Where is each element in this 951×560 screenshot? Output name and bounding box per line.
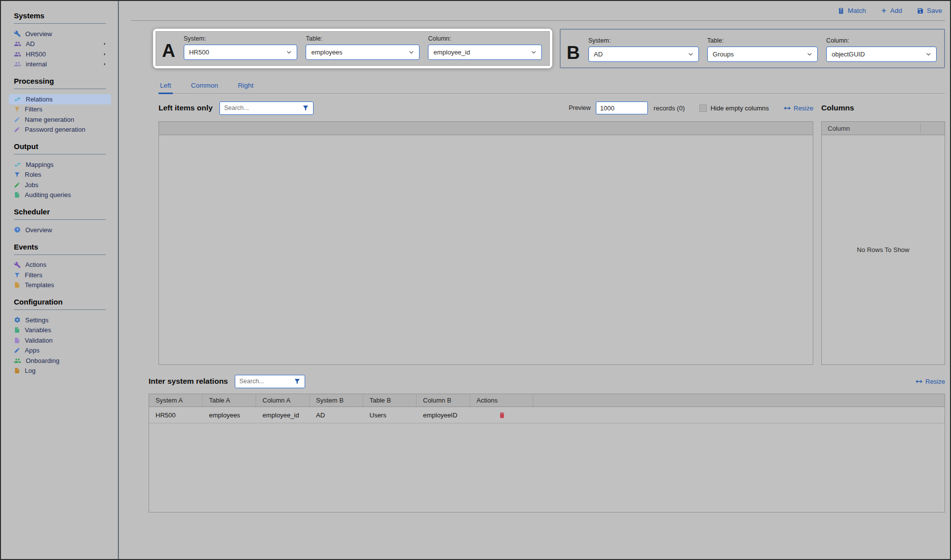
tab-left[interactable]: Left (158, 79, 173, 94)
tab-common[interactable]: Common (190, 79, 220, 94)
sidebar-item-label: Overview (25, 226, 52, 234)
main-content: Match Add Save A System: HR500 (119, 1, 950, 559)
people-icon (14, 60, 21, 68)
edit-icon (14, 347, 20, 354)
sidebar-item-relations[interactable]: Relations (9, 94, 111, 104)
sidebar-item-jobs[interactable]: Jobs (9, 180, 111, 190)
left-items-search-input[interactable]: Search... (219, 102, 314, 115)
relations-resize-link[interactable]: Resize (915, 378, 945, 385)
sidebar-item-internal[interactable]: internal (9, 59, 111, 70)
sidebar-item-variables[interactable]: Variables (9, 325, 111, 336)
sidebar-item-label: Actions (25, 261, 47, 268)
sidebar-item-label: Settings (25, 316, 49, 324)
middle-section: Left items only Search... Preview record… (158, 100, 945, 365)
divider (14, 154, 106, 154)
filter-funnel-icon[interactable] (302, 104, 309, 111)
relations-search-input[interactable]: Search... (235, 375, 305, 388)
divider (14, 255, 106, 255)
top-toolbar: Match Add Save (131, 1, 945, 21)
sidebar-item-mappings[interactable]: Mappings (9, 159, 111, 170)
sidebar-item-onboarding[interactable]: Onboarding (9, 356, 111, 366)
column-b-label: Column: (826, 37, 937, 44)
resize-link-label: Resize (793, 104, 813, 112)
sidebar-item-templates[interactable]: Templates (9, 280, 111, 291)
sidebar-section-title-configuration: Configuration (14, 298, 106, 306)
column-header-column-b[interactable]: Column B (417, 394, 470, 407)
system-b-select[interactable]: AD (588, 47, 699, 62)
sidebar-item-actions[interactable]: Actions (9, 260, 111, 270)
match-button[interactable]: Match (838, 7, 866, 14)
sidebar-item-scheduler-overview[interactable]: Overview (9, 225, 111, 235)
column-header-table-a[interactable]: Table A (203, 394, 256, 407)
relations-table-header: System A Table A Column A System B Table… (149, 394, 945, 407)
sidebar-item-validation[interactable]: Validation (9, 335, 111, 346)
save-button[interactable]: Save (917, 7, 942, 14)
add-button-label: Add (890, 7, 902, 14)
sidebar-item-label: Apps (25, 347, 40, 354)
sidebar-item-ad[interactable]: AD (9, 39, 111, 50)
sidebar-item-label: Password generation (25, 126, 85, 133)
resize-link[interactable]: Resize (784, 104, 813, 112)
sidebar-item-roles[interactable]: Roles (9, 170, 111, 180)
columns-header-row: Columns (821, 100, 945, 116)
column-resize-handle[interactable] (920, 124, 921, 133)
sidebar-item-settings[interactable]: Settings (9, 315, 111, 325)
sidebar-item-label: Relations (26, 96, 53, 103)
sidebar-item-label: HR500 (26, 51, 46, 58)
document-icon (14, 192, 20, 198)
sidebar-item-overview[interactable]: Overview (9, 29, 111, 39)
sidebar-item-hr500[interactable]: HR500 (9, 49, 111, 59)
column-header-table-b[interactable]: Table B (363, 394, 417, 407)
sidebar-section-title-output: Output (14, 142, 106, 151)
swap-arrows-icon (14, 96, 21, 103)
column-header-label: Column (828, 125, 850, 132)
column-header-system-b[interactable]: System B (310, 394, 363, 407)
sidebar-item-log[interactable]: Log (9, 366, 111, 376)
sidebar-item-password-generation[interactable]: Password generation (9, 125, 111, 135)
document-icon (14, 367, 20, 374)
column-b-select[interactable]: objectGUID (826, 47, 937, 62)
delete-relation-button[interactable] (498, 411, 506, 419)
document-icon (14, 337, 20, 344)
relation-table-row[interactable]: HR500 employees employee_id AD Users emp… (149, 407, 945, 423)
left-items-grid-body (159, 135, 813, 364)
preview-count-input[interactable] (596, 102, 648, 114)
hide-empty-columns-label: Hide empty columns (710, 104, 769, 112)
funnel-icon (14, 106, 20, 112)
divider (14, 89, 106, 89)
sidebar-item-label: Overview (25, 30, 52, 38)
chevron-down-icon (806, 51, 813, 58)
add-button[interactable]: Add (881, 7, 902, 14)
divider (14, 309, 106, 310)
system-a-select[interactable]: HR500 (184, 45, 298, 60)
columns-grid-header[interactable]: Column (822, 122, 945, 135)
edit-icon (14, 116, 20, 123)
sidebar-section-title-processing: Processing (14, 77, 106, 85)
sidebar-item-auditing-queries[interactable]: Auditing queries (9, 190, 111, 201)
sidebar-item-label: Templates (25, 281, 54, 289)
sidebar-item-apps[interactable]: Apps (9, 346, 111, 356)
columns-panel-title: Columns (821, 103, 854, 112)
table-a-select[interactable]: employees (306, 45, 420, 60)
search-placeholder: Search... (224, 104, 249, 111)
sidebar-item-filters[interactable]: Filters (9, 104, 111, 115)
edit-icon (14, 126, 20, 133)
column-header-column-a[interactable]: Column A (256, 394, 310, 407)
chevron-down-icon (530, 49, 537, 56)
hide-empty-columns-checkbox[interactable] (699, 104, 707, 112)
inter-system-relations-section: Inter system relations Search... Resize … (149, 374, 945, 512)
sidebar-item-name-generation[interactable]: Name generation (9, 114, 111, 125)
column-a-value: employee_id (433, 49, 470, 56)
filter-funnel-icon[interactable] (294, 378, 301, 385)
column-header-system-a[interactable]: System A (149, 394, 203, 407)
relations-table: System A Table A Column A System B Table… (149, 394, 945, 512)
table-b-select[interactable]: Groups (707, 47, 818, 62)
column-a-select[interactable]: employee_id (428, 45, 542, 60)
selector-row: A System: HR500 Table: employees (153, 29, 945, 68)
tab-right[interactable]: Right (236, 79, 255, 94)
table-a-label: Table: (306, 35, 420, 42)
sidebar-item-event-filters[interactable]: Filters (9, 270, 111, 280)
match-button-label: Match (847, 7, 866, 14)
column-header-actions[interactable]: Actions (470, 394, 533, 407)
resize-arrows-icon (784, 104, 791, 112)
